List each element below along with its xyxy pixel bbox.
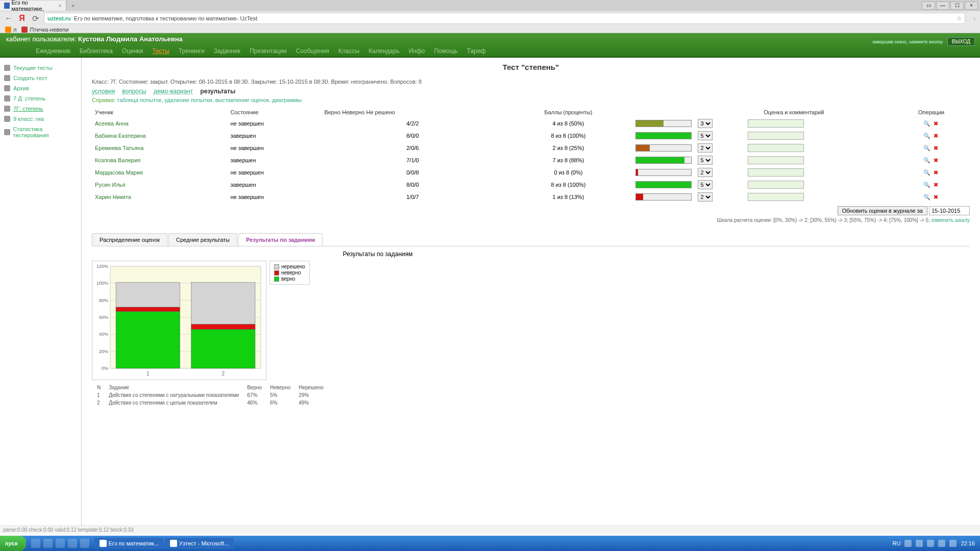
menu-item[interactable]: Задачник xyxy=(214,47,240,55)
chart-tab[interactable]: Средние результаты xyxy=(168,233,237,246)
view-icon[interactable]: 🔍 xyxy=(923,120,930,127)
comment-input[interactable] xyxy=(748,156,804,164)
change-scale-link[interactable]: изменить шкалу xyxy=(932,217,970,223)
comment-cell xyxy=(745,154,893,166)
sidebar-item[interactable]: Архив xyxy=(3,83,78,93)
comment-input[interactable] xyxy=(748,132,804,140)
menu-item[interactable]: Тренинги xyxy=(179,47,205,55)
yandex-button[interactable]: Я xyxy=(17,14,27,23)
sidebar-item[interactable]: Создать тест xyxy=(3,73,78,83)
menu-item[interactable]: Презентации xyxy=(250,47,287,55)
table-row: Харин Никита не завершен 1/0/7 1 из 8 (1… xyxy=(92,191,970,203)
delete-icon[interactable]: ✖ xyxy=(933,132,940,139)
student-name-link[interactable]: Харин Никита xyxy=(95,194,131,200)
menu-item[interactable]: Классы xyxy=(338,47,359,55)
logout-button[interactable]: ВЫХОД xyxy=(947,37,975,46)
grade-select[interactable]: 5 xyxy=(698,131,713,140)
grade-select[interactable]: 3 xyxy=(698,119,713,128)
menu-item[interactable]: Тариф xyxy=(467,47,486,55)
student-name-link[interactable]: Мардасова Мария xyxy=(95,169,143,176)
menu-item[interactable]: Помощь xyxy=(434,47,457,55)
student-name-link[interactable]: Козлова Валерия xyxy=(95,157,140,163)
comment-input[interactable] xyxy=(748,119,804,128)
bookmark-star-icon[interactable]: ☆ xyxy=(957,15,962,22)
menu-item[interactable]: Оценки xyxy=(122,47,143,55)
menu-item[interactable]: Сообщения xyxy=(296,47,329,55)
svg-rect-20 xyxy=(191,324,255,329)
ops-cell: 🔍✖ xyxy=(893,130,970,142)
tab-close-icon[interactable]: × xyxy=(59,3,62,9)
browser-tab[interactable]: Егэ по математике, × xyxy=(0,1,66,11)
sidebar-item[interactable]: 7Г: степень xyxy=(3,104,78,114)
window-maximize-icon[interactable]: ☐ xyxy=(950,2,964,10)
comment-input[interactable] xyxy=(748,193,804,201)
bookmark-item[interactable]: л xyxy=(5,27,16,33)
grade-select[interactable]: 5 xyxy=(698,180,713,189)
update-date-input[interactable] xyxy=(929,206,970,215)
status-bar: parse:0.00 check:0.00 valid:0.12 templat… xyxy=(0,525,980,534)
view-icon[interactable]: 🔍 xyxy=(923,132,930,139)
sub-tab[interactable]: демо-вариант xyxy=(154,88,193,95)
delete-icon[interactable]: ✖ xyxy=(933,181,940,188)
back-button[interactable]: ← xyxy=(4,14,13,23)
url-input[interactable]: uztest.ru Егэ по математике, подготовка … xyxy=(44,13,965,24)
delete-icon[interactable]: ✖ xyxy=(933,144,940,152)
ops-cell: 🔍✖ xyxy=(893,117,970,130)
view-icon[interactable]: 🔍 xyxy=(923,169,930,176)
downloads-icon[interactable]: ↓ xyxy=(973,15,976,21)
student-name-link[interactable]: Еремеева Татьяна xyxy=(95,145,143,151)
view-icon[interactable]: 🔍 xyxy=(923,157,930,164)
reload-button[interactable]: ⟳ xyxy=(31,14,40,23)
menu-item[interactable]: Календарь xyxy=(369,47,400,55)
comment-input[interactable] xyxy=(748,181,804,189)
delete-icon[interactable]: ✖ xyxy=(933,169,940,176)
menu-item[interactable]: Ежедневник xyxy=(36,47,70,55)
delete-icon[interactable]: ✖ xyxy=(933,120,940,127)
menu-item[interactable]: Библиотека xyxy=(80,47,113,55)
comment-input[interactable] xyxy=(748,144,804,152)
menu-item[interactable]: Инфо xyxy=(409,47,425,55)
sidebar-item[interactable]: Статистика тестирования xyxy=(3,124,78,140)
grade-select[interactable]: 5 xyxy=(698,156,713,165)
window-minimize-icon[interactable]: — xyxy=(936,2,949,10)
comment-input[interactable] xyxy=(748,168,804,177)
sub-tab[interactable]: вопросы xyxy=(122,88,146,95)
view-icon[interactable]: 🔍 xyxy=(923,181,930,188)
chart-table-cell: 46% xyxy=(247,399,269,406)
sidebar-item[interactable]: Текущие тесты xyxy=(3,63,78,73)
ops-cell: 🔍✖ xyxy=(893,179,970,191)
update-grades-button[interactable]: Обновить оценки в журнале за xyxy=(838,206,927,215)
view-icon[interactable]: 🔍 xyxy=(923,193,930,201)
view-icon[interactable]: 🔍 xyxy=(923,144,930,152)
student-name-link[interactable]: Асеева Анна xyxy=(95,120,129,127)
student-name-link[interactable]: Русин Илья xyxy=(95,182,126,188)
state-cell: не завершен xyxy=(227,142,321,154)
chart-tabs: Распределение оценокСредние результатыРе… xyxy=(92,233,970,246)
sub-tab[interactable]: условия xyxy=(92,88,115,95)
sub-tab[interactable]: результаты xyxy=(200,88,235,95)
grade-select[interactable]: 2 xyxy=(698,192,713,202)
grade-select[interactable]: 2 xyxy=(698,143,713,153)
vnr-cell: 8/0/0 xyxy=(321,130,504,142)
table-row: Мардасова Мария не завершен 0/0/8 0 из 8… xyxy=(92,166,970,179)
svg-rect-19 xyxy=(191,329,255,368)
grade-select[interactable]: 2 xyxy=(698,168,713,177)
chart-table-header: Верно xyxy=(247,384,269,391)
sidebar-item[interactable]: 9 класс: гиа xyxy=(3,114,78,124)
delete-icon[interactable]: ✖ xyxy=(933,157,940,164)
chart-tab[interactable]: Распределение оценок xyxy=(92,233,167,246)
chart-tab[interactable]: Результаты по заданиям xyxy=(238,233,323,246)
sidebar-item[interactable]: 7 Д: степень xyxy=(3,93,78,104)
new-tab-button[interactable]: + xyxy=(68,3,78,9)
student-name-link[interactable]: Бабкина Екатерина xyxy=(95,133,146,139)
window-close-icon[interactable]: × xyxy=(965,2,978,10)
chart-title: Результаты по заданиям xyxy=(82,251,970,258)
comment-cell xyxy=(745,166,893,179)
window-minimize-2-icon[interactable]: ▭ xyxy=(922,2,935,10)
menu-item[interactable]: Тесты xyxy=(152,47,169,55)
chart-area: Результаты по заданиям 0%20%40%60%80%100… xyxy=(92,251,970,407)
sidebar-label: Текущие тесты xyxy=(13,65,53,71)
delete-icon[interactable]: ✖ xyxy=(933,193,940,201)
vnr-cell: 7/1/0 xyxy=(321,154,504,166)
bookmark-item[interactable]: Птичка-невели xyxy=(21,27,68,33)
